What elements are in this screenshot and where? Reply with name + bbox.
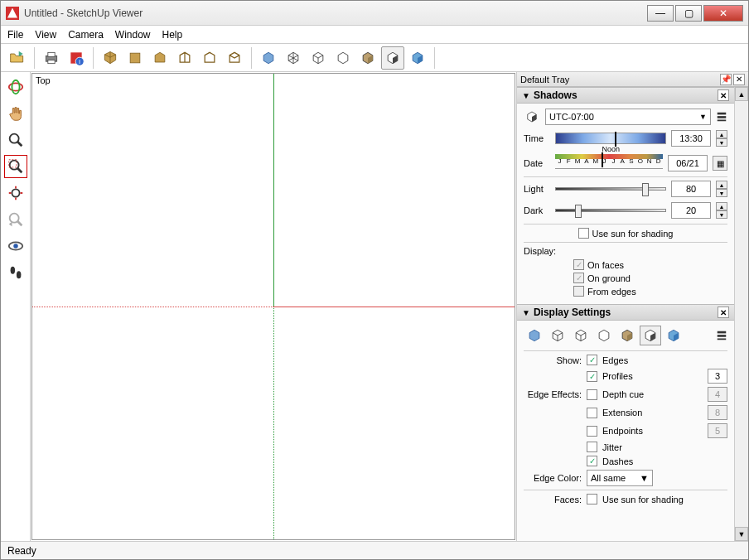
- calendar-button[interactable]: ▦: [713, 156, 727, 171]
- jitter-checkbox[interactable]: [587, 442, 597, 452]
- maximize-button[interactable]: ▢: [675, 5, 702, 22]
- scroll-down-button[interactable]: ▼: [735, 527, 748, 541]
- shadows-panel-header[interactable]: ▼ Shadows ✕: [517, 87, 734, 104]
- svg-rect-5: [130, 53, 140, 63]
- menu-file[interactable]: File: [7, 29, 23, 41]
- green-axis: [273, 74, 274, 307]
- style-shaded-button[interactable]: [331, 46, 355, 70]
- display-settings-header[interactable]: ▼ Display Settings ✕: [517, 304, 734, 321]
- zoom-window-tool[interactable]: [4, 155, 27, 178]
- time-slider[interactable]: Noon: [555, 133, 666, 144]
- ds-style-mono[interactable]: [640, 326, 661, 345]
- faces-use-sun-checkbox[interactable]: [587, 494, 597, 504]
- profiles-checkbox[interactable]: [587, 371, 597, 382]
- view-left-button[interactable]: [223, 46, 246, 70]
- date-value[interactable]: 06/21: [668, 155, 708, 171]
- view-top-button[interactable]: [123, 46, 147, 70]
- edge-color-select[interactable]: All same▼: [587, 470, 653, 486]
- ds-style-wire[interactable]: [547, 326, 568, 345]
- style-xray-button[interactable]: [257, 46, 280, 70]
- on-ground-checkbox: [573, 273, 584, 283]
- ds-style-color[interactable]: [663, 326, 684, 345]
- window-title: Untitled - SketchUp Viewer: [24, 7, 645, 19]
- use-sun-checkbox[interactable]: [578, 228, 589, 239]
- dashes-checkbox[interactable]: [587, 456, 597, 466]
- light-spinner[interactable]: ▲▼: [716, 181, 727, 197]
- shadow-toggle-icon[interactable]: [524, 109, 540, 124]
- ds-style-tex[interactable]: [616, 326, 638, 345]
- pin-button[interactable]: 📌: [720, 74, 732, 85]
- endpoints-checkbox[interactable]: [587, 426, 597, 437]
- app-icon: [6, 7, 19, 20]
- viewport[interactable]: Top: [31, 73, 515, 540]
- orbit-tool[interactable]: [4, 75, 27, 99]
- ds-menu-icon[interactable]: [716, 330, 727, 341]
- tray-close-button[interactable]: ✕: [733, 74, 745, 85]
- view-back-button[interactable]: [198, 46, 221, 70]
- from-edges-checkbox: [573, 286, 584, 297]
- shadows-panel-body: UTC-07:00▼ Time Noon 13:30 ▲▼ Date: [517, 104, 734, 304]
- svg-rect-20: [718, 113, 727, 115]
- display-settings-body: Show: Edges Profiles 3 Edge Effects: Dep…: [517, 321, 734, 513]
- open-file-button[interactable]: [6, 46, 29, 70]
- shadows-menu-icon[interactable]: [716, 111, 727, 123]
- shadows-close-button[interactable]: ✕: [718, 89, 729, 101]
- print-button[interactable]: [40, 46, 63, 70]
- previous-view-tool[interactable]: [4, 208, 27, 231]
- edges-checkbox[interactable]: [587, 355, 597, 365]
- close-button[interactable]: ✕: [703, 5, 743, 22]
- view-front-button[interactable]: [148, 46, 172, 70]
- ds-style-hidden[interactable]: [570, 326, 592, 345]
- depth-cue-checkbox[interactable]: [587, 389, 597, 400]
- timezone-select[interactable]: UTC-07:00▼: [545, 109, 711, 125]
- menu-view[interactable]: View: [35, 29, 56, 41]
- date-slider[interactable]: JFMAMJJASOND: [555, 157, 663, 169]
- dark-label: Dark: [524, 205, 550, 215]
- style-mono-button[interactable]: [381, 46, 404, 70]
- view-iso-button[interactable]: [99, 46, 122, 70]
- dark-spinner[interactable]: ▲▼: [716, 202, 727, 219]
- menu-camera[interactable]: Camera: [68, 29, 104, 41]
- style-shaded-tex-button[interactable]: [356, 46, 379, 70]
- minimize-button[interactable]: —: [647, 5, 674, 22]
- menu-help[interactable]: Help: [162, 29, 183, 41]
- style-wireframe-button[interactable]: [282, 46, 305, 70]
- model-info-button[interactable]: i: [65, 46, 88, 70]
- svg-line-11: [17, 168, 22, 173]
- time-value[interactable]: 13:30: [671, 130, 711, 147]
- dark-value[interactable]: 20: [671, 202, 711, 219]
- light-label: Light: [524, 184, 550, 194]
- light-slider[interactable]: [555, 183, 666, 195]
- style-hidden-button[interactable]: [307, 46, 330, 70]
- side-toolbar: [1, 72, 31, 541]
- svg-point-18: [10, 267, 14, 274]
- walk-tool[interactable]: [4, 261, 27, 284]
- svg-point-6: [8, 83, 22, 90]
- top-toolbar: i: [1, 44, 748, 72]
- scroll-up-button[interactable]: ▲: [735, 87, 748, 101]
- zoom-tool[interactable]: [4, 128, 27, 152]
- statusbar: Ready: [1, 541, 748, 559]
- ds-style-shaded[interactable]: [593, 326, 615, 345]
- menu-window[interactable]: Window: [115, 29, 151, 41]
- display-settings-close-button[interactable]: ✕: [718, 307, 729, 318]
- faces-label: Faces:: [524, 495, 582, 504]
- svg-line-15: [17, 221, 22, 226]
- dark-slider[interactable]: [555, 205, 666, 216]
- tray-scrollbar[interactable]: ▲ ▼: [734, 87, 748, 541]
- svg-point-17: [13, 244, 18, 249]
- depth-cue-value: 4: [708, 387, 727, 402]
- view-right-button[interactable]: [173, 46, 196, 70]
- pan-tool[interactable]: [4, 102, 27, 125]
- svg-point-7: [12, 80, 19, 94]
- titlebar: Untitled - SketchUp Viewer — ▢ ✕: [1, 1, 748, 26]
- style-texture-button[interactable]: [406, 46, 429, 70]
- light-value[interactable]: 80: [671, 181, 711, 197]
- look-around-tool[interactable]: [4, 234, 27, 258]
- ds-style-xray[interactable]: [524, 326, 545, 345]
- profiles-value[interactable]: 3: [708, 369, 727, 384]
- extension-checkbox[interactable]: [587, 408, 597, 418]
- shadows-title: Shadows: [534, 89, 577, 101]
- time-spinner[interactable]: ▲▼: [716, 130, 727, 147]
- zoom-extents-tool[interactable]: [4, 181, 27, 205]
